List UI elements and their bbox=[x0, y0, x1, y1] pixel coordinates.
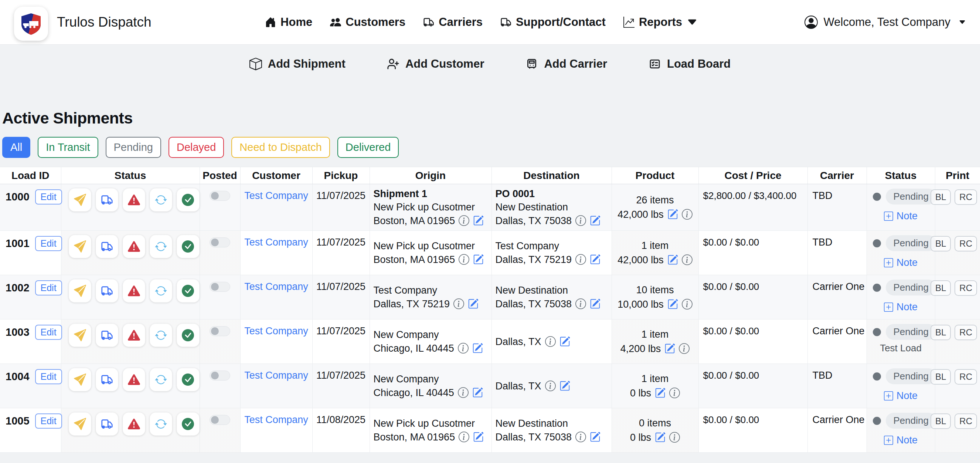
print-bl-button[interactable]: BL bbox=[931, 189, 951, 205]
status-refresh-button[interactable] bbox=[150, 235, 172, 258]
edit-pencil-icon[interactable] bbox=[590, 254, 600, 265]
quick-action-add-customer[interactable]: Add Customer bbox=[387, 57, 484, 71]
filter-all-button[interactable]: All bbox=[2, 137, 30, 158]
status-delivered-button[interactable] bbox=[177, 279, 199, 302]
status-send-button[interactable] bbox=[69, 235, 91, 258]
print-bl-button[interactable]: BL bbox=[931, 369, 951, 385]
edit-pencil-icon[interactable] bbox=[655, 388, 665, 398]
print-bl-button[interactable]: BL bbox=[931, 325, 951, 340]
info-icon[interactable] bbox=[682, 209, 692, 220]
posted-toggle[interactable] bbox=[210, 326, 230, 336]
add-note-link[interactable]: Note bbox=[884, 302, 918, 313]
print-bl-button[interactable]: BL bbox=[931, 236, 951, 251]
status-delivered-button[interactable] bbox=[177, 188, 199, 212]
info-icon[interactable] bbox=[575, 299, 586, 309]
quick-action-add-shipment[interactable]: Add Shipment bbox=[250, 57, 345, 71]
customer-link[interactable]: Test Company bbox=[244, 414, 308, 425]
edit-pencil-icon[interactable] bbox=[472, 387, 483, 398]
nav-item-support[interactable]: Support/Contact bbox=[500, 16, 606, 29]
print-rc-button[interactable]: RC bbox=[955, 369, 977, 385]
edit-button[interactable]: Edit bbox=[35, 414, 62, 429]
info-icon[interactable] bbox=[458, 215, 469, 226]
status-transit-button[interactable] bbox=[96, 368, 118, 391]
user-menu[interactable]: Welcome, Test Company bbox=[805, 16, 966, 29]
status-transit-button[interactable] bbox=[96, 188, 118, 212]
status-delayed-button[interactable] bbox=[123, 188, 145, 212]
edit-pencil-icon[interactable] bbox=[590, 215, 600, 226]
edit-pencil-icon[interactable] bbox=[667, 209, 678, 220]
filter-delivered-button[interactable]: Delivered bbox=[337, 137, 399, 158]
edit-pencil-icon[interactable] bbox=[590, 299, 600, 309]
customer-link[interactable]: Test Company bbox=[244, 281, 308, 292]
print-rc-button[interactable]: RC bbox=[955, 325, 977, 340]
status-delayed-button[interactable] bbox=[123, 368, 145, 391]
status-refresh-button[interactable] bbox=[150, 279, 172, 302]
status-delayed-button[interactable] bbox=[123, 279, 145, 302]
edit-button[interactable]: Edit bbox=[35, 325, 62, 340]
filter-in-transit-button[interactable]: In Transit bbox=[38, 137, 98, 158]
edit-pencil-icon[interactable] bbox=[468, 299, 479, 309]
status-delayed-button[interactable] bbox=[123, 412, 145, 436]
posted-toggle[interactable] bbox=[210, 415, 230, 425]
print-rc-button[interactable]: RC bbox=[955, 236, 977, 251]
status-delivered-button[interactable] bbox=[177, 235, 199, 258]
info-icon[interactable] bbox=[458, 387, 469, 398]
customer-link[interactable]: Test Company bbox=[244, 326, 308, 337]
edit-pencil-icon[interactable] bbox=[473, 215, 484, 226]
edit-button[interactable]: Edit bbox=[35, 236, 62, 251]
status-delivered-button[interactable] bbox=[177, 368, 199, 391]
customer-link[interactable]: Test Company bbox=[244, 370, 308, 381]
edit-pencil-icon[interactable] bbox=[667, 254, 678, 265]
info-icon[interactable] bbox=[669, 432, 680, 443]
print-bl-button[interactable]: BL bbox=[931, 280, 951, 296]
info-icon[interactable] bbox=[575, 431, 586, 442]
edit-pencil-icon[interactable] bbox=[590, 431, 600, 442]
edit-pencil-icon[interactable] bbox=[560, 380, 570, 391]
status-send-button[interactable] bbox=[69, 368, 91, 391]
info-icon[interactable] bbox=[458, 431, 469, 442]
print-rc-button[interactable]: RC bbox=[955, 280, 977, 296]
edit-pencil-icon[interactable] bbox=[473, 254, 484, 265]
status-send-button[interactable] bbox=[69, 324, 91, 347]
edit-button[interactable]: Edit bbox=[35, 280, 62, 295]
info-icon[interactable] bbox=[682, 299, 692, 310]
add-note-link[interactable]: Note bbox=[884, 434, 918, 446]
info-icon[interactable] bbox=[575, 254, 586, 265]
edit-pencil-icon[interactable] bbox=[560, 336, 570, 347]
status-delivered-button[interactable] bbox=[177, 324, 199, 347]
nav-item-carriers[interactable]: Carriers bbox=[423, 16, 483, 29]
quick-action-load-board[interactable]: Load Board bbox=[649, 57, 730, 71]
posted-toggle[interactable] bbox=[210, 238, 230, 247]
posted-toggle[interactable] bbox=[210, 282, 230, 292]
edit-pencil-icon[interactable] bbox=[664, 343, 675, 354]
add-note-link[interactable]: Note bbox=[884, 211, 918, 222]
status-send-button[interactable] bbox=[69, 188, 91, 212]
status-transit-button[interactable] bbox=[96, 235, 118, 258]
nav-item-customers[interactable]: Customers bbox=[330, 16, 406, 29]
info-icon[interactable] bbox=[458, 343, 469, 354]
status-transit-button[interactable] bbox=[96, 279, 118, 302]
add-note-link[interactable]: Note bbox=[884, 390, 918, 402]
nav-item-reports[interactable]: Reports bbox=[624, 16, 698, 29]
status-delivered-button[interactable] bbox=[177, 412, 199, 436]
edit-button[interactable]: Edit bbox=[35, 369, 62, 384]
customer-link[interactable]: Test Company bbox=[244, 190, 308, 201]
info-icon[interactable] bbox=[575, 215, 586, 226]
status-refresh-button[interactable] bbox=[150, 412, 172, 436]
edit-pencil-icon[interactable] bbox=[473, 431, 484, 442]
filter-delayed-button[interactable]: Delayed bbox=[169, 137, 224, 158]
info-icon[interactable] bbox=[682, 254, 692, 265]
info-icon[interactable] bbox=[453, 299, 464, 309]
add-note-link[interactable]: Note bbox=[884, 257, 918, 268]
edit-pencil-icon[interactable] bbox=[472, 343, 483, 354]
print-rc-button[interactable]: RC bbox=[955, 189, 977, 205]
edit-pencil-icon[interactable] bbox=[667, 299, 678, 310]
status-delayed-button[interactable] bbox=[123, 324, 145, 347]
status-refresh-button[interactable] bbox=[150, 368, 172, 391]
print-rc-button[interactable]: RC bbox=[955, 414, 977, 429]
status-send-button[interactable] bbox=[69, 412, 91, 436]
customer-link[interactable]: Test Company bbox=[244, 237, 308, 248]
edit-pencil-icon[interactable] bbox=[655, 432, 665, 443]
quick-action-add-carrier[interactable]: Add Carrier bbox=[525, 57, 607, 71]
info-icon[interactable] bbox=[679, 343, 690, 354]
